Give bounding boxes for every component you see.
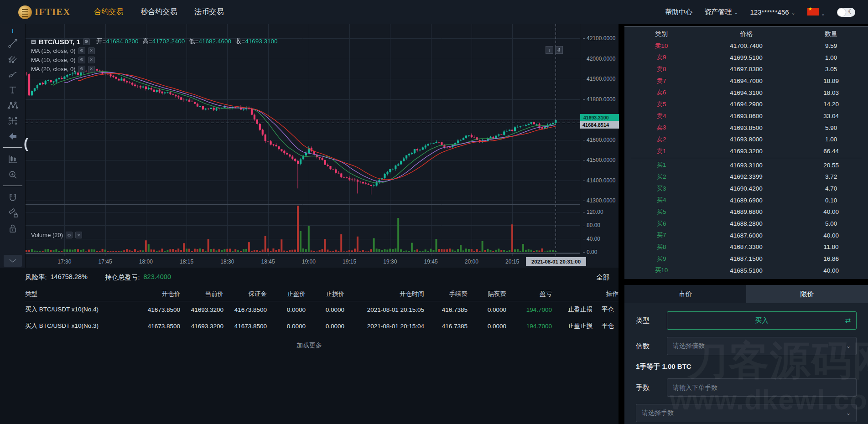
chart-section: ⊟ BTC/USDT, 1 ⚙ 开=41684.0200高=41702.2400… [0, 24, 619, 268]
ask-row[interactable]: 卖441693.860033.04 [624, 110, 868, 122]
forecast-icon[interactable] [4, 114, 22, 127]
close-icon[interactable]: ✕ [88, 47, 95, 54]
main-menu: 合约交易 秒合约交易 法币交易 [94, 7, 223, 17]
tp-sl-link[interactable]: 止盈止损 [568, 322, 593, 330]
account-menu[interactable]: 123******456⌄ [750, 8, 795, 16]
drawing-lock-icon[interactable] [4, 207, 22, 219]
volume-axis-label: 40.00 [583, 236, 600, 242]
chart-area[interactable]: ⊟ BTC/USDT, 1 ⚙ 开=41684.0200高=41702.2400… [26, 24, 619, 268]
lots-input[interactable] [673, 384, 851, 391]
xabcd-pattern-icon[interactable] [4, 99, 22, 111]
bid-row[interactable]: 买841687.330011.80 [624, 241, 868, 253]
legend-collapse-icon[interactable]: ⊟ [31, 38, 36, 45]
trend-line-icon[interactable] [4, 37, 22, 49]
close-position-link[interactable]: 平仓 [602, 322, 614, 330]
price-axis-label: 41600.0000 [583, 137, 615, 143]
logo[interactable]: IFTIEX [18, 5, 70, 19]
gear-icon[interactable]: ⚙ [78, 57, 85, 63]
time-axis-label: 20:00 [465, 259, 478, 265]
collapse-left-icon[interactable] [4, 130, 22, 142]
language-menu[interactable]: ⌄ [807, 8, 825, 17]
hide-panel-chevron-icon[interactable] [4, 255, 22, 267]
bid-row[interactable]: 买541689.680040.00 [624, 206, 868, 218]
ask-row[interactable]: 卖1041700.74009.59 [624, 40, 868, 52]
moon-icon: ☾ [848, 8, 853, 15]
gear-icon[interactable]: ⚙ [83, 38, 90, 45]
toolbar-separator [3, 186, 22, 186]
nav-item-second-contract-trade[interactable]: 秒合约交易 [140, 7, 177, 17]
bid-row[interactable]: 买141693.310020.55 [624, 159, 868, 171]
time-axis-label: 20:15 [505, 259, 519, 265]
positions-table: 类型开仓价当前价保证金止盈价止损价开仓时间手续费隔夜费盈亏操作买入 BTC/US… [0, 287, 619, 334]
price-axis[interactable]: 41693.3100 41684.8514 42100.000042000.00… [580, 24, 619, 256]
lots-input-wrap [667, 378, 857, 397]
scroll-down-icon[interactable]: ↓ [546, 46, 553, 54]
side-buy-button[interactable]: 买入 ⇄ [667, 311, 857, 330]
theme-toggle[interactable]: ☾ [837, 8, 855, 17]
time-axis-label: 18:15 [180, 259, 193, 265]
pitchfork-icon[interactable] [4, 52, 22, 65]
toggle-knob [837, 8, 846, 16]
bid-row[interactable]: 买941687.150016.86 [624, 253, 868, 265]
drawing-toolbar [0, 24, 26, 268]
leverage-select[interactable]: 请选择倍数 ⌄ [667, 337, 857, 355]
china-flag-icon [807, 8, 819, 16]
lots-label: 手数 [636, 383, 667, 392]
ask-row[interactable]: 卖241693.80001.00 [624, 134, 868, 145]
magnet-icon[interactable] [4, 191, 22, 203]
swap-icon[interactable]: ⇄ [845, 316, 851, 325]
tab-market-price[interactable]: 市价 [624, 285, 746, 303]
text-icon[interactable] [4, 83, 22, 96]
filter-all-link[interactable]: 全部 [596, 273, 609, 282]
help-center-link[interactable]: 帮助中心 [665, 8, 692, 16]
close-position-link[interactable]: 平仓 [602, 305, 614, 314]
zoom-in-icon[interactable] [4, 168, 22, 181]
tp-sl-link[interactable]: 止盈止损 [568, 305, 593, 314]
bid-row[interactable]: 买641688.28005.00 [624, 218, 868, 230]
load-more-button[interactable]: 加载更多 [0, 341, 619, 350]
ask-row[interactable]: 卖541694.290014.20 [624, 98, 868, 110]
compare-bars-icon[interactable] [4, 153, 22, 165]
positions-header-row: 类型开仓价当前价保证金止盈价止损价开仓时间手续费隔夜费盈亏操作 [25, 287, 619, 301]
gear-icon[interactable]: ⚙ [78, 66, 85, 72]
close-icon[interactable]: ✕ [88, 57, 95, 63]
assets-menu[interactable]: 资产管理⌄ [704, 8, 738, 16]
chart-symbol: BTC/USDT, 1 [39, 38, 80, 46]
scroll-latest-icon[interactable]: ⇵ [555, 46, 563, 54]
brush-icon[interactable] [4, 68, 22, 80]
panel-collapse-handle[interactable]: ( [24, 136, 28, 151]
logo-coin-icon [18, 5, 32, 19]
lots-select[interactable]: 请选择手数 ⌄ [636, 404, 857, 422]
price-axis-label: 41900.0000 [583, 76, 615, 82]
volume-legend: Volume (20) ⚙ ✕ [31, 232, 82, 238]
ask-row[interactable]: 卖141693.320066.44 [624, 145, 868, 157]
bid-row[interactable]: 买341690.42004.70 [624, 183, 868, 195]
tab-limit-price[interactable]: 限价 [746, 285, 868, 303]
ask-row[interactable]: 卖641694.310018.03 [624, 87, 868, 98]
last-price-tag: 41684.8514 [580, 121, 619, 129]
gear-icon[interactable]: ⚙ [66, 232, 73, 238]
bid-row[interactable]: 买1041685.510040.00 [624, 264, 868, 276]
close-icon[interactable]: ✕ [75, 232, 82, 238]
time-axis-label: 18:30 [220, 259, 234, 265]
ask-row[interactable]: 卖941699.51001.00 [624, 52, 868, 63]
lock-icon[interactable] [4, 222, 22, 234]
time-axis[interactable]: 2021-08-01 20:31:00 17:3017:4518:0018:15… [26, 256, 580, 268]
close-icon[interactable]: ✕ [88, 66, 95, 72]
ask-row[interactable]: 卖341693.85005.90 [624, 122, 868, 134]
risk-rate-value: 146758.28% [51, 273, 88, 282]
bid-row[interactable]: 买741687.600040.00 [624, 229, 868, 241]
chevron-down-icon: ⌄ [734, 10, 738, 15]
nav-item-fiat-trade[interactable]: 法币交易 [194, 7, 223, 17]
ask-row[interactable]: 卖841697.03003.05 [624, 63, 868, 75]
volume-axis-label: 0.00 [583, 249, 597, 255]
chevron-down-icon: ⌄ [846, 343, 851, 349]
ask-row[interactable]: 卖741694.700018.89 [624, 75, 868, 87]
bid-row[interactable]: 买241692.33993.72 [624, 171, 868, 183]
time-axis-label: 18:45 [261, 259, 275, 265]
indicator-row-ma10: MA (10, close, 0) ⚙ ✕ [31, 55, 282, 64]
nav-item-contract-trade[interactable]: 合约交易 [94, 7, 123, 17]
total-pnl-value: 823.4000 [144, 273, 171, 282]
gear-icon[interactable]: ⚙ [78, 47, 85, 54]
bid-row[interactable]: 买441689.69000.10 [624, 194, 868, 206]
